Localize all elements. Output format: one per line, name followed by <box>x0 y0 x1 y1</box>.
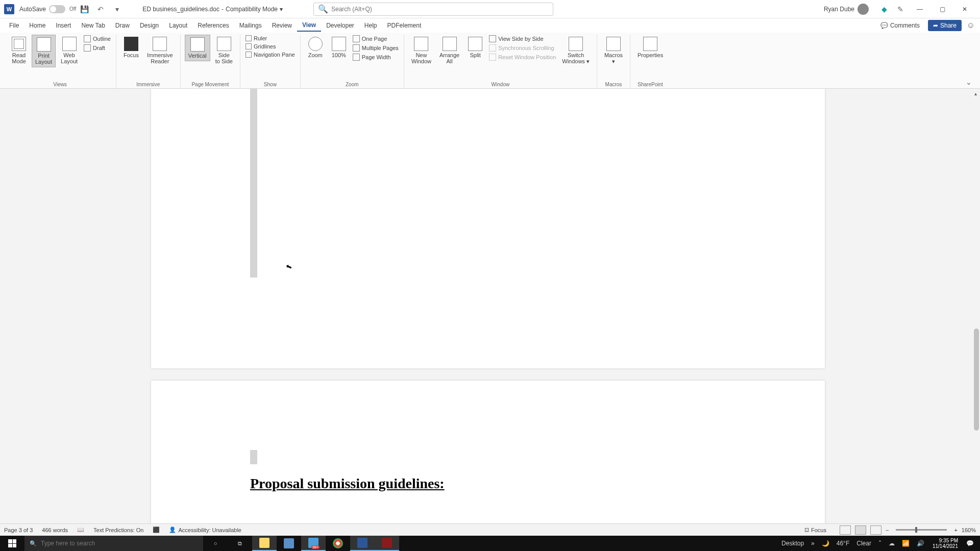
share-button[interactable]: ➦ Share <box>928 20 962 31</box>
page-3-top[interactable]: Proposal submission guidelines: <box>151 381 825 532</box>
web-layout-view-icon[interactable] <box>870 525 881 535</box>
tab-draw[interactable]: Draw <box>110 20 135 31</box>
accessibility-status[interactable]: 👤 Accessibility: Unavailable <box>169 527 241 533</box>
gridlines-checkbox[interactable]: Gridlines <box>244 43 296 50</box>
tab-help[interactable]: Help <box>359 20 382 31</box>
tab-design[interactable]: Design <box>135 20 164 31</box>
text-predictions[interactable]: Text Predictions: On <box>93 527 143 533</box>
edge-icon[interactable]: 99+ <box>301 536 326 551</box>
wifi-icon[interactable]: 📶 <box>900 540 912 547</box>
new-window-button[interactable]: New Window <box>408 35 434 66</box>
read-mode-button[interactable]: Read Mode <box>8 35 30 66</box>
split-button[interactable]: Split <box>464 35 486 60</box>
chevron-icon[interactable]: » <box>809 540 817 547</box>
file-explorer-icon[interactable] <box>252 536 277 551</box>
document-heading[interactable]: Proposal submission guidelines: <box>250 475 445 492</box>
tab-view[interactable]: View <box>297 19 321 32</box>
focus-button[interactable]: Focus <box>120 35 142 60</box>
taskbar-search-input[interactable] <box>41 540 198 547</box>
cortana-icon[interactable]: ○ <box>203 536 228 551</box>
tab-mailings[interactable]: Mailings <box>234 20 267 31</box>
comments-button[interactable]: 💬 Comments <box>876 20 924 31</box>
web-layout-button[interactable]: Web Layout <box>58 35 81 66</box>
tab-developer[interactable]: Developer <box>321 20 359 31</box>
user-avatar-icon[interactable] <box>857 4 869 15</box>
diamond-icon[interactable]: ◆ <box>878 3 890 15</box>
onedrive-icon[interactable]: ☁ <box>887 540 897 547</box>
app-icon[interactable] <box>375 536 399 551</box>
tab-references[interactable]: References <box>192 20 234 31</box>
spell-check-icon[interactable]: 📖 <box>77 527 84 533</box>
volume-icon[interactable]: 🔊 <box>915 540 926 547</box>
print-layout-view-icon[interactable] <box>855 525 866 535</box>
status-bar: Page 3 of 3 466 words 📖 Text Predictions… <box>0 523 980 536</box>
word-count[interactable]: 466 words <box>42 527 68 533</box>
page-2-bottom[interactable] <box>151 89 825 368</box>
tab-home[interactable]: Home <box>24 20 51 31</box>
tab-newtab[interactable]: New Tab <box>76 20 110 31</box>
print-layout-button[interactable]: Print Layout <box>32 35 56 67</box>
search-box[interactable]: 🔍 <box>313 3 553 16</box>
view-side-by-side-button[interactable]: View Side by Side <box>488 35 557 43</box>
autosave-toggle[interactable]: AutoSave Off <box>19 5 76 13</box>
qat-customize-icon[interactable]: ▾ <box>111 3 123 15</box>
search-icon: 🔍 <box>30 540 37 547</box>
zoom-slider[interactable] <box>896 529 947 531</box>
immersive-reader-button[interactable]: Immersive Reader <box>144 35 176 66</box>
page-indicator[interactable]: Page 3 of 3 <box>4 527 33 533</box>
user-name[interactable]: Ryan Dube <box>824 6 854 13</box>
macro-record-icon[interactable]: ⬛ <box>153 527 160 533</box>
one-page-button[interactable]: One Page <box>352 35 400 43</box>
tab-layout[interactable]: Layout <box>164 20 192 31</box>
pen-icon[interactable]: ✎ <box>894 3 906 15</box>
side-to-side-button[interactable]: Side to Side <box>212 35 236 66</box>
arrange-all-button[interactable]: Arrange All <box>436 35 462 66</box>
page-width-button[interactable]: Page Width <box>352 53 400 61</box>
switch-windows-button[interactable]: Switch Windows ▾ <box>559 35 593 67</box>
vertical-scrollbar[interactable]: ▴ ▾ <box>971 89 980 532</box>
task-view-icon[interactable]: ⧉ <box>228 536 252 551</box>
undo-icon[interactable]: ↶ <box>94 3 107 15</box>
notifications-icon[interactable]: 💬 <box>964 540 976 547</box>
vertical-button[interactable]: Vertical <box>185 35 210 61</box>
word-taskbar-icon[interactable] <box>350 536 375 551</box>
ruler-checkbox[interactable]: Ruler <box>244 35 296 42</box>
tray-chevron-up-icon[interactable]: ˄ <box>876 540 884 547</box>
tab-review[interactable]: Review <box>267 20 297 31</box>
tab-insert[interactable]: Insert <box>51 20 76 31</box>
maximize-button[interactable]: ▢ <box>931 3 953 15</box>
navigation-pane-checkbox[interactable]: Navigation Pane <box>244 51 296 58</box>
outline-button[interactable]: Outline <box>83 35 112 43</box>
tab-pdfelement[interactable]: PDFelement <box>382 20 427 31</box>
system-clock[interactable]: 9:35 PM 11/14/2021 <box>929 538 961 549</box>
ribbon-collapse-icon[interactable]: ⌄ <box>962 35 976 88</box>
weather-temp[interactable]: 46°F <box>835 540 851 547</box>
zoom-button[interactable]: Zoom <box>305 35 326 60</box>
focus-mode-button[interactable]: ⊡ Focus <box>804 527 826 533</box>
store-icon[interactable] <box>277 536 301 551</box>
close-button[interactable]: ✕ <box>953 3 976 15</box>
properties-button[interactable]: Properties <box>634 35 666 60</box>
feedback-icon[interactable]: ☺ <box>966 20 976 31</box>
zoom-in-button[interactable]: + <box>954 527 957 533</box>
macros-button[interactable]: Macros▾ <box>601 35 626 67</box>
chrome-icon[interactable] <box>326 536 350 551</box>
taskbar-search[interactable]: 🔍 <box>24 536 203 551</box>
scroll-thumb[interactable] <box>974 329 979 431</box>
save-icon[interactable]: 💾 <box>78 3 90 15</box>
hundred-percent-button[interactable]: 100% <box>328 35 350 60</box>
multiple-pages-button[interactable]: Multiple Pages <box>352 44 400 52</box>
search-input[interactable] <box>331 6 549 13</box>
weather-condition[interactable]: Clear <box>854 540 873 547</box>
draft-button[interactable]: Draft <box>83 44 112 52</box>
toggle-switch-icon[interactable] <box>49 5 65 13</box>
minimize-button[interactable]: — <box>909 3 931 15</box>
zoom-out-button[interactable]: − <box>886 527 889 533</box>
scroll-up-icon[interactable]: ▴ <box>971 89 980 98</box>
desktop-label[interactable]: Desktop <box>779 540 806 547</box>
read-mode-view-icon[interactable] <box>840 525 851 535</box>
tab-file[interactable]: File <box>4 20 24 31</box>
group-macros-label: Macros <box>605 81 622 88</box>
zoom-level[interactable]: 160% <box>962 527 976 533</box>
start-button[interactable] <box>0 536 24 551</box>
